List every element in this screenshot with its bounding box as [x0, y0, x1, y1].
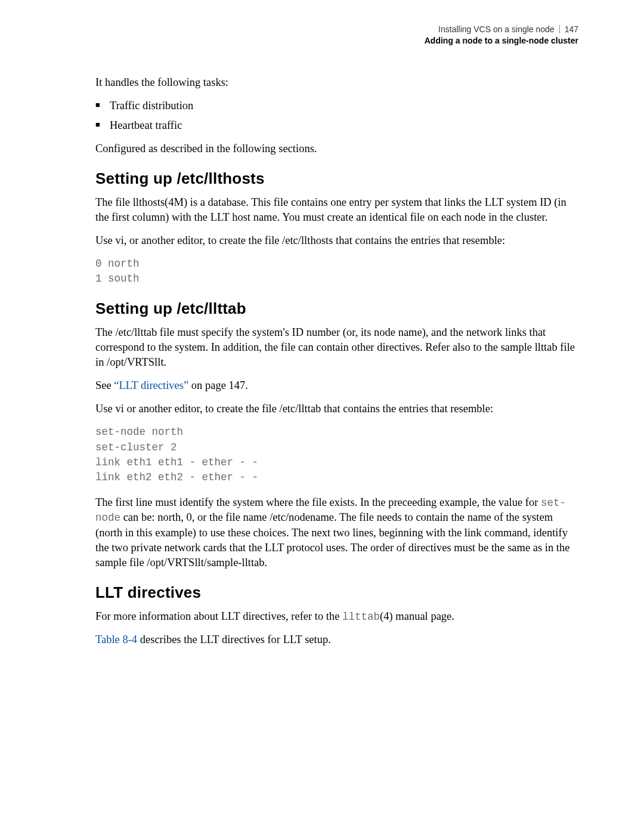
directives-p1-prefix: For more information about LLT directive…: [95, 610, 342, 622]
heading-llttab: Setting up /etc/llttab: [95, 299, 578, 318]
list-item: Heartbeat traffic: [95, 118, 578, 133]
header-section-title: Adding a node to a single-node cluster: [95, 35, 578, 47]
llthosts-code-block: 0 north 1 south: [95, 257, 578, 287]
table-8-4-link[interactable]: Table 8-4: [95, 634, 137, 645]
llthosts-p1: The file llthosts(4M) is a database. Thi…: [95, 195, 578, 225]
header-top-line: Installing VCS on a single node 147: [95, 24, 578, 35]
llttab-see-line: See “LLT directives” on page 147.: [95, 378, 578, 393]
intro-bullet-list: Traffic distribution Heartbeat traffic: [95, 98, 578, 133]
see-suffix: on page 147.: [188, 379, 248, 391]
llttab-code-block: set-node north set-cluster 2 link eth1 e…: [95, 425, 578, 486]
page-number: 147: [565, 24, 578, 35]
llt-directives-link[interactable]: “LLT directives”: [114, 379, 188, 391]
intro-paragraph-2: Configured as described in the following…: [95, 141, 578, 156]
llttab-inline-code: llttab: [342, 611, 380, 623]
see-prefix: See: [95, 379, 114, 391]
directives-p1-suffix: (4) manual page.: [380, 610, 454, 622]
page-container: Installing VCS on a single node 147 Addi…: [0, 0, 644, 679]
directives-p1: For more information about LLT directive…: [95, 609, 578, 625]
heading-llt-directives: LLT directives: [95, 583, 578, 602]
heading-llthosts: Setting up /etc/llthosts: [95, 169, 578, 188]
llttab-p3-suffix: can be: north, 0, or the file name /etc/…: [95, 511, 569, 569]
header-chapter-title: Installing VCS on a single node: [438, 24, 555, 35]
llttab-p3: The first line must identify the system …: [95, 495, 578, 570]
directives-p2-suffix: describes the LLT directives for LLT set…: [137, 634, 331, 645]
llthosts-p2: Use vi, or another editor, to create the…: [95, 233, 578, 248]
header-separator-icon: [559, 25, 560, 33]
llttab-p1: The /etc/llttab file must specify the sy…: [95, 325, 578, 370]
page-header: Installing VCS on a single node 147 Addi…: [95, 24, 578, 47]
directives-p2: Table 8-4 describes the LLT directives f…: [95, 632, 578, 647]
llttab-p2: Use vi or another editor, to create the …: [95, 401, 578, 416]
list-item: Traffic distribution: [95, 98, 578, 113]
llttab-p3-prefix: The first line must identify the system …: [95, 496, 541, 508]
intro-paragraph-1: It handles the following tasks:: [95, 75, 578, 90]
